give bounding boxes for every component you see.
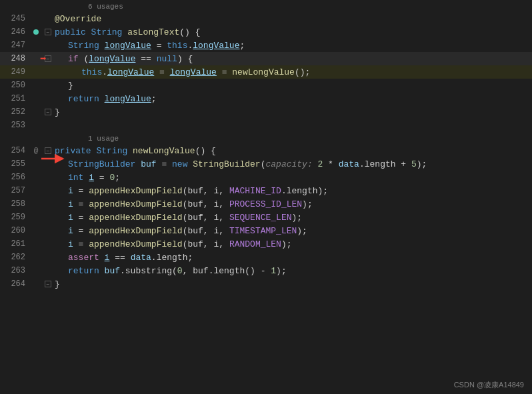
at-icon-254: @ bbox=[34, 147, 39, 155]
gutter-mid-246 bbox=[31, 29, 41, 35]
fold-254[interactable]: − bbox=[45, 147, 51, 154]
line-num-257: 257 bbox=[0, 184, 31, 197]
line-252: 252 − } bbox=[0, 105, 532, 119]
line-261: 261 i = appendHexDumpField(buf, i, RANDO… bbox=[0, 237, 532, 251]
code-251: return longValue; bbox=[55, 92, 157, 105]
code-257: i = appendHexDumpField(buf, i, MACHINE_I… bbox=[55, 184, 328, 197]
line-num-260: 260 bbox=[0, 224, 31, 237]
line-245: 245 @Override bbox=[0, 12, 532, 25]
line-num-249: 249 bbox=[0, 65, 31, 79]
code-245: @Override bbox=[55, 12, 101, 25]
line-253: 253 bbox=[0, 119, 532, 132]
line-248: 248 − ➡ if (longValue == null) { bbox=[0, 52, 532, 65]
line-num-255: 255 bbox=[0, 157, 31, 171]
code-254: private String newLongValue() { bbox=[55, 144, 216, 157]
code-area: 6 usages 245 @Override 246 − bbox=[0, 0, 532, 394]
code-256: int i = 0; bbox=[55, 171, 120, 184]
code-246: public String asLongText() { bbox=[55, 25, 200, 39]
gutter-right-264: − bbox=[41, 281, 55, 287]
line-num-254: 254 bbox=[0, 144, 31, 157]
line-num-262: 262 bbox=[0, 251, 31, 264]
green-bookmark-icon bbox=[33, 29, 39, 35]
code-247: String longValue = this.longValue; bbox=[55, 39, 245, 52]
gutter-mid-254: @ bbox=[31, 147, 41, 155]
line-num-248: 248 bbox=[0, 52, 31, 65]
line-num-252: 252 bbox=[0, 105, 31, 119]
line-250: 250 } bbox=[0, 79, 532, 92]
code-255: StringBuilder buf = new StringBuilder(ca… bbox=[55, 157, 427, 171]
line-num-250: 250 bbox=[0, 79, 31, 92]
line-262: 262 assert i == data.length; bbox=[0, 251, 532, 264]
line-num-261: 261 bbox=[0, 237, 31, 251]
code-259: i = appendHexDumpField(buf, i, SEQUENCE_… bbox=[55, 211, 302, 224]
line-num-264: 264 bbox=[0, 277, 31, 291]
line-num-246: 246 bbox=[0, 25, 31, 39]
line-259: 259 i = appendHexDumpField(buf, i, SEQUE… bbox=[0, 211, 532, 224]
usage-hint-newLongValue: 1 usage bbox=[0, 132, 532, 144]
code-261: i = appendHexDumpField(buf, i, RANDOM_LE… bbox=[55, 237, 292, 251]
code-editor: 6 usages 245 @Override 246 − bbox=[0, 0, 532, 394]
line-num-245: 245 bbox=[0, 12, 31, 25]
fold-246[interactable]: − bbox=[45, 29, 51, 35]
line-256: 256 int i = 0; bbox=[0, 171, 532, 184]
line-260: 260 i = appendHexDumpField(buf, i, TIMES… bbox=[0, 224, 532, 237]
line-254: 254 @ − private String newLongValue() { bbox=[0, 144, 532, 157]
gutter-right-246: − bbox=[41, 29, 55, 35]
watermark: CSDN @凌康A14849 bbox=[454, 380, 524, 390]
gutter-right-254: − bbox=[41, 147, 55, 154]
line-num-247: 247 bbox=[0, 39, 31, 52]
line-num-263: 263 bbox=[0, 264, 31, 277]
line-264: 264 − } bbox=[0, 277, 532, 291]
line-263: 263 return buf.substring(0, buf.length()… bbox=[0, 264, 532, 277]
code-262: assert i == data.length; bbox=[55, 251, 193, 264]
line-249: 249 this.longValue = longValue = newLong… bbox=[0, 65, 532, 79]
line-num-253: 253 bbox=[0, 119, 31, 132]
red-arrow-icon: ➡ bbox=[40, 52, 47, 65]
line-246: 246 − public String asLongText() { bbox=[0, 25, 532, 39]
code-250: } bbox=[55, 79, 73, 92]
line-num-256: 256 bbox=[0, 171, 31, 184]
code-252: } bbox=[55, 105, 60, 119]
gutter-right-252: − bbox=[41, 109, 55, 115]
line-num-251: 251 bbox=[0, 92, 31, 105]
usage-hint-asLongText: 6 usages bbox=[0, 0, 532, 12]
code-249: this.longValue = longValue = newLongValu… bbox=[55, 65, 310, 79]
fold-264[interactable]: − bbox=[45, 281, 51, 287]
code-248: ➡ if (longValue == null) { bbox=[55, 52, 193, 65]
line-255: 255 StringBuilder buf = new StringBuilde… bbox=[0, 157, 532, 171]
code-258: i = appendHexDumpField(buf, i, PROCESS_I… bbox=[55, 197, 313, 211]
line-257: 257 i = appendHexDumpField(buf, i, MACHI… bbox=[0, 184, 532, 197]
code-264: } bbox=[55, 277, 60, 291]
line-num-259: 259 bbox=[0, 211, 31, 224]
line-247: 247 String longValue = this.longValue; bbox=[0, 39, 532, 52]
code-263: return buf.substring(0, buf.length() - 1… bbox=[55, 264, 287, 277]
line-258: 258 i = appendHexDumpField(buf, i, PROCE… bbox=[0, 197, 532, 211]
code-260: i = appendHexDumpField(buf, i, TIMESTAMP… bbox=[55, 224, 307, 237]
fold-252[interactable]: − bbox=[45, 109, 51, 115]
line-num-258: 258 bbox=[0, 197, 31, 211]
line-251: 251 return longValue; bbox=[0, 92, 532, 105]
